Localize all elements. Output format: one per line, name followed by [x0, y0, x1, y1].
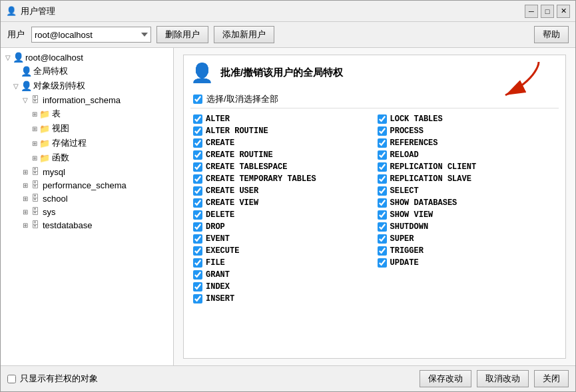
sidebar-db1-label: information_schema	[43, 95, 121, 105]
priv-row: PROCESS	[375, 126, 559, 136]
title-bar-controls: ─ □ ✕	[525, 5, 570, 18]
priv-checkbox-alter[interactable]	[193, 114, 202, 124]
sidebar-item-db6[interactable]: ⊞ 🗄 testdatabase	[1, 218, 173, 232]
main-panel: 👤 批准/撤销该用户的全局特权	[174, 48, 575, 365]
folder-icon2: 📁	[39, 123, 50, 134]
object-icon: 👤	[21, 81, 31, 91]
sidebar-item-db3[interactable]: ⊞ 🗄 performance_schema	[1, 178, 173, 192]
priv-row: ALTER	[190, 114, 375, 124]
panel-header-icon: 👤	[190, 62, 214, 84]
priv-checkbox-index[interactable]	[193, 282, 202, 292]
expand-icon3: ⊞	[30, 138, 39, 148]
priv-checkbox-create_routine[interactable]	[193, 150, 202, 160]
priv-checkbox-delete[interactable]	[193, 210, 202, 220]
priv-checkbox-shutdown[interactable]	[378, 222, 387, 232]
priv-label-update: UPDATE	[390, 258, 419, 268]
sidebar-db6-label: testdatabase	[43, 220, 92, 230]
select-all-label: 选择/取消选择全部	[206, 93, 278, 105]
priv-label-show_databases: SHOW DATABASES	[390, 198, 457, 208]
close-button-bottom[interactable]: 关闭	[534, 370, 569, 387]
sidebar-item-view[interactable]: ⊞ 📁 视图	[1, 121, 173, 136]
priv-label-create_routine: CREATE ROUTINE	[206, 150, 273, 160]
priv-label-event: EVENT	[206, 234, 230, 244]
priv-checkbox-trigger[interactable]	[378, 246, 387, 256]
priv-label-super: SUPER	[390, 234, 414, 244]
show-only-label: 只显示有拦权的对象	[20, 373, 98, 385]
priv-checkbox-replication_client[interactable]	[378, 162, 387, 172]
priv-label-replication_client: REPLICATION CLIENT	[390, 162, 477, 172]
priv-row: TRIGGER	[375, 246, 559, 256]
priv-checkbox-grant[interactable]	[193, 270, 202, 280]
sidebar-item-root[interactable]: ▽ 👤 root@localhost	[1, 51, 173, 64]
priv-checkbox-event[interactable]	[193, 234, 202, 244]
sidebar-item-db1[interactable]: ▽ 🗄 information_schema	[1, 93, 173, 106]
add-user-button[interactable]: 添加新用户	[214, 26, 274, 43]
priv-checkbox-file[interactable]	[193, 258, 202, 268]
priv-row: REFERENCES	[375, 138, 559, 148]
sidebar-proc-label: 存储过程	[52, 137, 87, 149]
minimize-button[interactable]: ─	[525, 5, 538, 18]
collapse-icon3: ▽	[21, 95, 30, 104]
priv-checkbox-create_view[interactable]	[193, 198, 202, 208]
bottom-right: 保存改动 取消改动 关闭	[420, 370, 569, 387]
priv-row: SHOW DATABASES	[375, 198, 559, 208]
sidebar-item-object[interactable]: ▽ 👤 对象级别特权	[1, 79, 173, 93]
sidebar-db2-label: mysql	[43, 167, 65, 177]
priv-label-file: FILE	[206, 258, 225, 268]
sidebar-item-func[interactable]: ⊞ 📁 函数	[1, 150, 173, 165]
db-icon5: 🗄	[30, 206, 41, 217]
priv-row: EVENT	[190, 234, 375, 244]
priv-checkbox-process[interactable]	[378, 126, 387, 136]
close-button[interactable]: ✕	[557, 5, 570, 18]
priv-checkbox-references[interactable]	[378, 138, 387, 148]
expand-icon4: ⊞	[30, 153, 39, 162]
priv-label-select: SELECT	[390, 186, 419, 196]
expand-icon2: ⊞	[30, 124, 39, 133]
save-button[interactable]: 保存改动	[420, 370, 471, 387]
priv-row: CREATE TABLESPACE	[190, 162, 375, 172]
sidebar-item-db5[interactable]: ⊞ 🗄 sys	[1, 205, 173, 218]
priv-checkbox-create[interactable]	[193, 138, 202, 148]
delete-user-button[interactable]: 删除用户	[156, 26, 208, 43]
select-all-checkbox[interactable]	[193, 95, 202, 104]
priv-checkbox-replication_slave[interactable]	[378, 174, 387, 184]
priv-checkbox-create_tablespace[interactable]	[193, 162, 202, 172]
help-button[interactable]: 帮助	[534, 26, 569, 43]
priv-checkbox-create_user[interactable]	[193, 186, 202, 196]
priv-checkbox-execute[interactable]	[193, 246, 202, 256]
sidebar-item-db2[interactable]: ⊞ 🗄 mysql	[1, 165, 173, 178]
bottom-left: 只显示有拦权的对象	[7, 373, 98, 385]
priv-label-reload: RELOAD	[390, 150, 419, 160]
cancel-button[interactable]: 取消改动	[477, 370, 529, 387]
sidebar-item-db4[interactable]: ⊞ 🗄 school	[1, 192, 173, 205]
priv-label-delete: DELETE	[206, 210, 234, 220]
priv-checkbox-show_view[interactable]	[378, 210, 387, 220]
priv-row: REPLICATION SLAVE	[375, 174, 559, 184]
priv-checkbox-reload[interactable]	[378, 150, 387, 160]
show-only-checkbox[interactable]	[7, 375, 16, 383]
priv-checkbox-drop[interactable]	[193, 222, 202, 232]
toolbar: 用户 root@localhost 删除用户 添加新用户 帮助	[1, 22, 575, 48]
priv-checkbox-super[interactable]	[378, 234, 387, 244]
priv-row: ALTER ROUTINE	[190, 126, 375, 136]
panel-header: 👤 批准/撤销该用户的全局特权	[190, 62, 559, 84]
sidebar-table-label: 表	[52, 108, 61, 120]
priv-checkbox-insert[interactable]	[193, 294, 202, 303]
priv-checkbox-select[interactable]	[378, 186, 387, 196]
priv-row: UPDATE	[375, 258, 559, 268]
priv-checkbox-update[interactable]	[378, 258, 387, 268]
panel-header-text: 批准/撤销该用户的全局特权	[220, 67, 343, 79]
maximize-button[interactable]: □	[541, 5, 554, 18]
priv-checkbox-show_databases[interactable]	[378, 198, 387, 208]
priv-checkbox-lock_tables[interactable]	[378, 114, 387, 124]
priv-label-process: PROCESS	[390, 126, 424, 136]
priv-checkbox-alter_routine[interactable]	[193, 126, 202, 136]
priv-row: CREATE USER	[190, 186, 375, 196]
priv-checkbox-create_temporary_tables[interactable]	[193, 174, 202, 184]
priv-row: REPLICATION CLIENT	[375, 162, 559, 172]
user-dropdown[interactable]: root@localhost	[31, 27, 151, 43]
sidebar-item-table[interactable]: ⊞ 📁 表	[1, 106, 173, 121]
sidebar-item-global[interactable]: 👤 全局特权	[1, 64, 173, 79]
sidebar-item-proc[interactable]: ⊞ 📁 存储过程	[1, 136, 173, 150]
main-window: 👤 用户管理 ─ □ ✕ 用户 root@localhost 删除用户 添加新用…	[0, 0, 576, 392]
